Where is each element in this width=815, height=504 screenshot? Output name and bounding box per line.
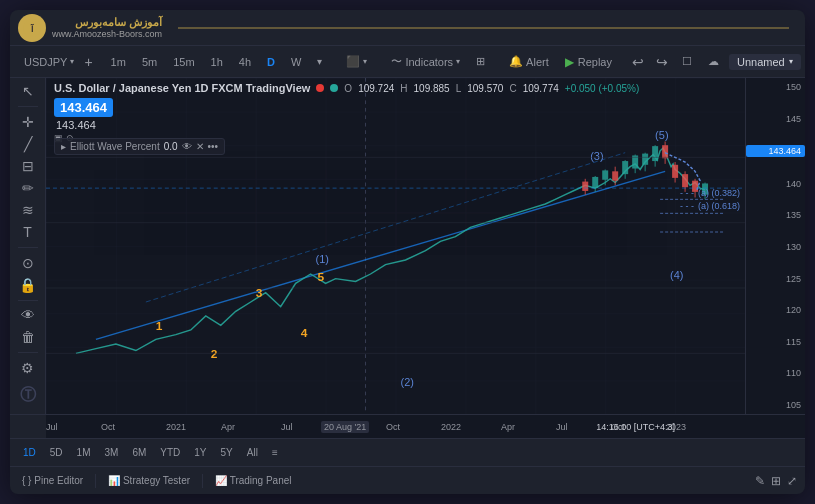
indicator-value: 0.0 — [164, 141, 178, 152]
tf-W[interactable]: W — [285, 54, 307, 70]
tf-15m[interactable]: 15m — [167, 54, 200, 70]
tf-5d[interactable]: 5D — [45, 445, 68, 460]
more-icon[interactable]: ••• — [208, 141, 219, 152]
price-tick-current: 143.464 — [746, 145, 805, 157]
trend-line-tool[interactable]: ╱ — [14, 135, 42, 153]
play-icon: ▶ — [565, 55, 574, 69]
add-symbol-button[interactable]: + — [84, 53, 92, 71]
svg-text:(3): (3) — [590, 150, 603, 162]
draw-icon[interactable]: ✎ — [755, 474, 765, 488]
svg-rect-27 — [682, 174, 688, 187]
time-apr2: Apr — [501, 422, 515, 432]
tf-6mo[interactable]: 6M — [127, 445, 151, 460]
svg-text:3: 3 — [256, 288, 263, 300]
magnet-tool[interactable]: ⊙ — [14, 254, 42, 272]
tf-1y[interactable]: 1Y — [189, 445, 211, 460]
chart-svg: 1 2 3 4 5 (1) (2) (3) (4) (5) — [46, 78, 745, 414]
channel-tool[interactable]: ⊟ — [14, 157, 42, 175]
eye-tool[interactable]: 👁 — [14, 306, 42, 324]
lt-sep4 — [18, 352, 38, 353]
redo-button[interactable]: ↪ — [652, 52, 672, 72]
bid-dot — [316, 84, 324, 92]
compare-button[interactable]: ⊞ — [470, 53, 491, 70]
time-jul3: Jul — [556, 422, 568, 432]
branding-bar: آ آموزش سامه‌بورس www.Amoozesh-Boors.com — [10, 10, 805, 46]
svg-rect-23 — [662, 145, 668, 158]
ind-caret[interactable]: ▸ — [61, 141, 66, 152]
time-jul: Jul — [46, 422, 58, 432]
tf-1mo[interactable]: 1M — [72, 445, 96, 460]
current-price2: 143.464 — [54, 119, 113, 131]
chart-info-bar: U.S. Dollar / Japanese Yen 1D FXCM Tradi… — [46, 78, 745, 98]
pine-editor-button[interactable]: { } Pine Editor — [18, 473, 87, 488]
tf-5y[interactable]: 5Y — [216, 445, 238, 460]
time-display: 14:16:00 [UTC+4:3] — [596, 422, 675, 432]
candle-icon: ⬛ — [346, 55, 360, 68]
strategy-tester-button[interactable]: 📊 Strategy Tester — [104, 473, 194, 488]
eye-icon[interactable]: 👁 — [182, 141, 192, 152]
svg-rect-13 — [612, 171, 618, 180]
time-oct2: Oct — [386, 422, 400, 432]
timeframe-bar: 1D 5D 1M 3M 6M YTD 1Y 5Y All ≡ — [10, 438, 805, 466]
settings-tool[interactable]: ⚙ — [14, 359, 42, 377]
ask-dot — [330, 84, 338, 92]
symbol-selector[interactable]: USDJPY ▾ — [18, 54, 80, 70]
main-window: آ آموزش سامه‌بورس www.Amoozesh-Boors.com… — [10, 10, 805, 494]
save-cloud-button[interactable]: ☁ — [702, 53, 725, 70]
chart-icon: 📊 — [108, 475, 120, 486]
svg-text:(4): (4) — [670, 269, 683, 281]
alert-button[interactable]: 🔔 Alert — [503, 53, 555, 70]
code-icon: { } — [22, 475, 31, 486]
tf-1m[interactable]: 1m — [105, 54, 132, 70]
chart-title: U.S. Dollar / Japanese Yen 1D FXCM Tradi… — [54, 82, 310, 94]
svg-rect-15 — [622, 161, 628, 174]
logo-icon: آ — [18, 14, 46, 42]
tf-ytd[interactable]: YTD — [155, 445, 185, 460]
text-tool[interactable]: T — [14, 223, 42, 241]
crosshair-tool[interactable]: ✛ — [14, 113, 42, 131]
chart-canvas[interactable]: U.S. Dollar / Japanese Yen 1D FXCM Tradi… — [46, 78, 745, 414]
layout-button[interactable]: ☐ — [676, 53, 698, 70]
chart-area: ↖ ✛ ╱ ⊟ ✏ ≋ T ⊙ 🔒 👁 🗑 ⚙ Ⓣ — [10, 78, 805, 414]
fib-tool[interactable]: ≋ — [14, 201, 42, 219]
indicator-label: ▸ Elliott Wave Percent 0.0 👁 ✕ ••• — [54, 138, 225, 155]
time-axis-spacer — [10, 414, 46, 438]
svg-rect-7 — [582, 182, 588, 191]
unnamed-button[interactable]: Unnamed ▾ — [729, 54, 801, 70]
svg-text:(2): (2) — [400, 376, 413, 388]
tf-3mo[interactable]: 3M — [100, 445, 124, 460]
close-icon[interactable]: ✕ — [196, 141, 204, 152]
close-val: 109.774 — [523, 83, 559, 94]
tf-4h[interactable]: 4h — [233, 54, 257, 70]
bottom-bar: { } Pine Editor 📊 Strategy Tester 📈 Trad… — [10, 466, 805, 494]
current-price: 143.464 — [54, 98, 113, 117]
price-tick-150: 150 — [746, 82, 805, 92]
cursor-tool[interactable]: ↖ — [14, 82, 42, 100]
indicators-button[interactable]: 〜 Indicators ▾ — [385, 52, 466, 71]
tf-1h[interactable]: 1h — [205, 54, 229, 70]
tf-all[interactable]: All — [242, 445, 263, 460]
tf-5m[interactable]: 5m — [136, 54, 163, 70]
fullscreen-icon[interactable]: ⤢ — [787, 474, 797, 488]
replay-button[interactable]: ▶ Replay — [559, 53, 618, 71]
chevron-down-icon4: ▾ — [789, 57, 793, 66]
svg-text:5: 5 — [318, 272, 325, 284]
unnamed-label: Unnamed — [737, 56, 785, 68]
tf-D[interactable]: D — [261, 54, 281, 70]
undo-button[interactable]: ↩ — [628, 52, 648, 72]
low-val: 109.570 — [467, 83, 503, 94]
tf-1d[interactable]: 1D — [18, 445, 41, 460]
tf-more[interactable]: ▾ — [311, 54, 328, 69]
time-2022: 2022 — [441, 422, 461, 432]
trading-panel-button[interactable]: 📈 Trading Panel — [211, 473, 296, 488]
measure-icon[interactable]: ⊞ — [771, 474, 781, 488]
chart-type-button[interactable]: ⬛ ▾ — [340, 53, 373, 70]
price-tick-130: 130 — [746, 242, 805, 252]
trading-icon: 📈 — [215, 475, 227, 486]
brush-tool[interactable]: ✏ — [14, 179, 42, 197]
trash-tool[interactable]: 🗑 — [14, 328, 42, 346]
lt-sep3 — [18, 300, 38, 301]
lock-tool[interactable]: 🔒 — [14, 276, 42, 294]
tf-menu[interactable]: ≡ — [267, 445, 283, 460]
indicator-title: Elliott Wave Percent — [70, 141, 160, 152]
